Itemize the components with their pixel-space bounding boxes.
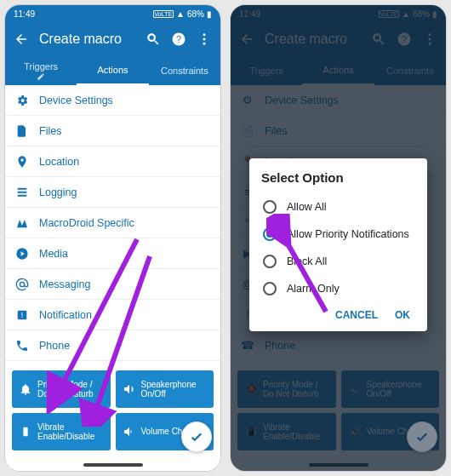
action-label: Priority Mode / Do Not Disturb	[37, 380, 104, 399]
tab-triggers[interactable]: Triggers	[5, 56, 77, 85]
radio-icon	[263, 282, 277, 295]
item-label: Location	[39, 156, 79, 168]
status-bar: 11:49 VoLTE ▲ 68% ▮	[5, 5, 220, 22]
item-label: Files	[39, 125, 61, 137]
vibrate-icon	[19, 425, 32, 439]
play-icon	[15, 247, 29, 261]
list-item-phone[interactable]: Phone	[5, 330, 220, 361]
help-icon[interactable]: ?	[171, 32, 186, 47]
file-icon	[15, 124, 29, 138]
item-label: Media	[39, 248, 68, 260]
svg-rect-10	[23, 427, 27, 437]
item-label: Logging	[39, 186, 77, 198]
page-title: Create macro	[39, 32, 135, 47]
nav-pill[interactable]	[83, 463, 143, 467]
svg-text:?: ?	[176, 34, 181, 44]
ok-button[interactable]: OK	[395, 309, 410, 321]
phone-right: 11:49 VoLTE ▲ 68% ▮ Create macro ? Trigg…	[230, 4, 447, 472]
item-label: Phone	[39, 340, 70, 352]
status-time: 11:49	[14, 9, 35, 19]
wifi-icon: ▲	[176, 9, 185, 19]
tab-bar: Triggers Actions Constraints	[5, 56, 220, 85]
status-right: VoLTE ▲ 68% ▮	[153, 9, 212, 19]
phone-left: 11:49 VoLTE ▲ 68% ▮ Create macro ? Trigg…	[4, 4, 221, 472]
action-label: Speakerphone On/Off	[141, 380, 208, 399]
gear-icon	[15, 94, 29, 107]
svg-point-4	[203, 43, 206, 45]
location-icon	[15, 155, 29, 169]
cancel-button[interactable]: CANCEL	[335, 309, 378, 321]
action-speakerphone[interactable]: Speakerphone On/Off	[116, 370, 214, 408]
battery-text: 68%	[187, 9, 204, 19]
back-icon[interactable]	[14, 32, 29, 47]
item-label: Messaging	[39, 278, 90, 290]
dialog-actions: CANCEL OK	[261, 302, 415, 326]
search-icon[interactable]	[146, 32, 161, 47]
alert-icon: !	[15, 308, 29, 322]
radio-allow-all[interactable]: Allow All	[261, 193, 415, 221]
at-icon	[15, 278, 29, 291]
macrodroid-icon	[15, 216, 29, 230]
select-option-dialog: Select Option Allow All Allow Priority N…	[249, 158, 427, 331]
tab-actions[interactable]: Actions	[77, 56, 148, 85]
radio-alarm-only[interactable]: Alarm Only	[261, 275, 415, 302]
volume-up-icon	[123, 425, 136, 439]
list-item-media[interactable]: Media	[5, 238, 220, 269]
nav-bar	[5, 459, 220, 471]
radio-icon	[263, 227, 277, 241]
volte-badge: VoLTE	[153, 10, 174, 18]
category-list: Device Settings Files Location Logging M…	[5, 85, 220, 365]
list-item-notification[interactable]: !Notification	[5, 300, 220, 330]
list-item-location[interactable]: Location	[5, 146, 220, 177]
confirm-fab[interactable]	[181, 422, 212, 452]
list-item-messaging[interactable]: Messaging	[5, 269, 220, 300]
radio-block-all[interactable]: Block All	[261, 248, 415, 275]
radio-icon	[263, 255, 277, 268]
list-item-macrodroid[interactable]: MacroDroid Specific	[5, 208, 220, 238]
radio-icon	[263, 200, 277, 214]
dnd-icon	[19, 382, 32, 396]
list-item-logging[interactable]: Logging	[5, 177, 220, 208]
svg-text:!: !	[21, 311, 23, 319]
dialog-title: Select Option	[261, 170, 415, 185]
log-icon	[15, 186, 29, 199]
overflow-icon[interactable]	[197, 32, 212, 47]
action-priority-mode[interactable]: Priority Mode / Do Not Disturb	[12, 370, 111, 408]
item-label: Device Settings	[39, 95, 113, 106]
action-label: Vibrate Enable/Disable	[37, 422, 104, 442]
phone-icon	[15, 339, 29, 353]
app-bar: Create macro ?	[5, 22, 220, 56]
tab-constraints[interactable]: Constraints	[149, 56, 220, 85]
svg-point-6	[20, 282, 24, 286]
radio-allow-priority[interactable]: Allow Priority Notifications	[261, 221, 415, 248]
speaker-icon	[123, 382, 136, 396]
list-item-files[interactable]: Files	[5, 116, 220, 146]
action-vibrate[interactable]: Vibrate Enable/Disable	[12, 413, 111, 450]
svg-point-3	[203, 38, 206, 41]
battery-icon: ▮	[207, 9, 212, 19]
item-label: MacroDroid Specific	[39, 217, 134, 229]
item-label: Notification	[39, 309, 92, 321]
list-item-device-settings[interactable]: Device Settings	[5, 85, 220, 116]
svg-point-2	[203, 33, 206, 36]
